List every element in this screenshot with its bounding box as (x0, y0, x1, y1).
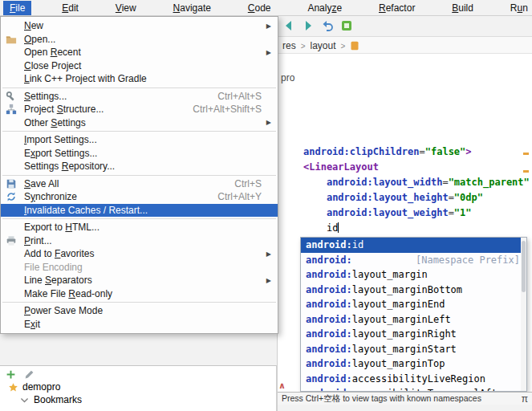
scrollbar-thumb[interactable] (522, 241, 526, 292)
completion-prefix: android: (306, 284, 352, 295)
menu-item-new[interactable]: New▶ (1, 19, 278, 33)
menu-item-make-file-read-only[interactable]: Make File Read-only (1, 287, 278, 301)
menu-item-open[interactable]: Open... (1, 33, 278, 47)
pi-symbol: π (522, 393, 528, 405)
text-caret (338, 222, 339, 233)
plus-icon[interactable] (6, 368, 16, 379)
menu-item-exit[interactable]: Exit (1, 318, 278, 332)
file-menu: New▶Open...Open Recent▶Close ProjectLink… (0, 16, 278, 334)
menu-item-project-structure[interactable]: Project Structure...Ctrl+Alt+Shift+S (1, 103, 278, 116)
completion-prefix: android: (306, 239, 352, 250)
code-line: android:layout_width="match_parent" (303, 175, 530, 190)
menu-item-shortcut: Ctrl+Alt+S (203, 91, 262, 102)
menu-item-label: Close Project (24, 60, 81, 71)
menu-item-print[interactable]: Print... (1, 234, 278, 248)
menu-item-label: Synchronize (24, 191, 77, 202)
menu-item-synchronize[interactable]: SynchronizeCtrl+Alt+Y (1, 190, 278, 204)
menubar-item-analyze[interactable]: Analyze (301, 1, 348, 15)
menu-item-open-recent[interactable]: Open Recent▶ (1, 46, 278, 59)
menu-item-link-c-project-with-gradle[interactable]: Link C++ Project with Gradle (1, 72, 278, 86)
menu-item-label: Open... (24, 34, 55, 45)
save-all-icon (6, 178, 22, 189)
undo-icon[interactable] (321, 19, 334, 32)
completion-popup: android:idandroid:[Namespace Prefix]andr… (300, 237, 527, 392)
menu-item-export-settings[interactable]: Export Settings... (1, 147, 278, 161)
menu-item-import-settings[interactable]: Import Settings... (1, 133, 278, 147)
code-line: android:layout_height="0dp" (303, 190, 530, 206)
code-token: <LinearLayout (303, 161, 379, 173)
tree-item-bookmarks[interactable]: Bookmarks (0, 393, 276, 406)
code-token (303, 222, 327, 234)
submenu-arrow-icon: ▶ (262, 49, 271, 56)
code-token: "match_parent" (449, 177, 530, 188)
error-stripe-tick (523, 153, 529, 155)
breadcrumb-item-layout[interactable]: layout (311, 40, 336, 51)
menubar-item-file[interactable]: File (3, 1, 31, 15)
menu-item-other-settings[interactable]: Other Settings▶ (1, 116, 278, 130)
menu-item-settings-repository[interactable]: Settings Repository... (1, 160, 278, 173)
menu-item-label: Open Recent (24, 47, 81, 58)
menubar-item-navigate[interactable]: Navigate (167, 1, 217, 15)
breadcrumb: res>layout> (282, 40, 359, 51)
menubar-item-build[interactable]: Build (445, 1, 480, 15)
submenu-arrow-icon: ▶ (262, 250, 271, 258)
back-arrow-icon[interactable] (282, 19, 295, 32)
menu-item-icon-slot (6, 148, 22, 159)
completion-item-android-layout-margin[interactable]: android:layout_margin (301, 267, 526, 283)
completion-item-android-layout-marginleft[interactable]: android:layout_marginLeft (301, 312, 526, 328)
popup-scrollbar[interactable] (521, 238, 526, 391)
menu-item-shortcut: Ctrl+Alt+Y (203, 191, 262, 202)
completion-name: id (352, 239, 363, 250)
menu-item-label: Project Structure... (24, 104, 104, 115)
code-line: <LinearLayout (303, 160, 530, 175)
completion-item-android-layout-marginright[interactable]: android:layout_marginRight (301, 327, 526, 342)
submenu-arrow-icon: ▶ (262, 22, 271, 30)
completion-item-android-layout-marginend[interactable]: android:layout_marginEnd (301, 297, 526, 312)
menu-item-export-to-html[interactable]: Export to HTML... (1, 221, 278, 234)
completion-prefix: android: (306, 344, 352, 355)
code-token: "0dp" (454, 192, 483, 203)
completion-name: layout_marginStart (352, 344, 457, 355)
menu-item-icon-slot (6, 47, 22, 58)
menu-item-save-all[interactable]: Save AllCtrl+S (1, 177, 278, 191)
menubar-item-refactor[interactable]: Refactor (372, 1, 421, 15)
find-icon[interactable] (340, 19, 353, 32)
menu-item-icon-slot (6, 305, 22, 316)
completion-item-android-layout-marginstart[interactable]: android:layout_marginStart (301, 342, 526, 357)
completion-prefix: android: (306, 254, 352, 266)
forward-arrow-icon[interactable] (302, 19, 315, 32)
code-token: "false" (425, 146, 466, 157)
menubar-item-view[interactable]: View (109, 1, 143, 15)
menubar-item-edit[interactable]: Edit (55, 1, 85, 15)
completion-hint: [Namespace Prefix] (416, 254, 520, 266)
submenu-arrow-icon: ▶ (262, 277, 271, 284)
menu-item-add-to-favorites[interactable]: Add to Favorites▶ (1, 247, 278, 261)
menu-item-icon-slot (6, 161, 22, 172)
menu-item-settings[interactable]: Settings...Ctrl+Alt+S (1, 90, 278, 104)
tree-item-demopro[interactable]: demopro (0, 380, 276, 393)
editor-code[interactable]: android:clipChildren="false"><LinearLayo… (303, 144, 530, 236)
menu-item-invalidate-caches-restart[interactable]: Invalidate Caches / Restart... (1, 204, 278, 218)
menu-item-label: Settings Repository... (24, 161, 115, 172)
breadcrumb-item-res[interactable]: res (282, 40, 296, 51)
completion-item-android-id[interactable]: android:id (301, 238, 526, 253)
app-window: FileEditViewNavigateCodeAnalyzeRefactorB… (0, 0, 532, 411)
completion-item-android-accessibilityliveregion[interactable]: android:accessibilityLiveRegion (301, 372, 526, 387)
completion-item-android-layout-margintop[interactable]: android:layout_marginTop (301, 356, 526, 372)
menu-item-power-save-mode[interactable]: Power Save Mode (1, 304, 278, 318)
completion-item-android-accessibilitytraversalafter[interactable]: android:accessibilityTraversalAfter (301, 386, 526, 392)
completion-item-android-namespace-prefix[interactable]: android:[Namespace Prefix] (301, 253, 526, 268)
completion-name: layout_marginLeft (352, 314, 451, 325)
menu-item-line-separators[interactable]: Line Separators▶ (1, 274, 278, 287)
completion-name: layout_marginRight (352, 328, 457, 340)
menubar-item-run[interactable]: Run (504, 1, 532, 15)
file-icon[interactable] (350, 41, 359, 51)
completion-item-android-layout-marginbottom[interactable]: android:layout_marginBottom (301, 283, 526, 298)
menu-item-label: Link C++ Project with Gradle (24, 73, 147, 84)
edit-pencil-icon[interactable] (24, 368, 35, 379)
menu-item-icon-slot (6, 134, 22, 145)
menu-item-close-project[interactable]: Close Project (1, 59, 278, 73)
code-token (303, 177, 327, 188)
menubar-item-code[interactable]: Code (242, 1, 278, 15)
code-token: = (449, 192, 454, 203)
